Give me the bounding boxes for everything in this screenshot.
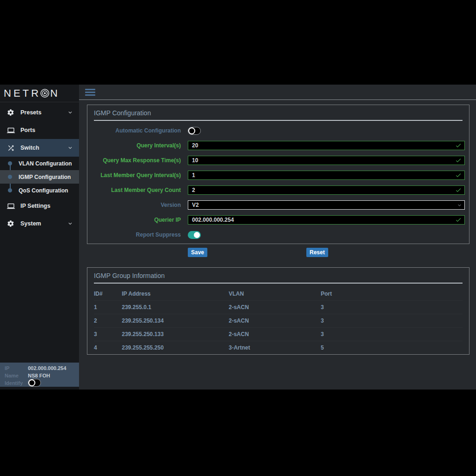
panel-title: IGMP Group Information — [94, 272, 463, 279]
top-bar — [79, 85, 476, 100]
column-header: VLAN — [229, 291, 321, 297]
sidebar-item-system[interactable]: System — [0, 215, 79, 232]
cell-vlan: 3-Artnet — [229, 344, 321, 351]
report-suppress-toggle[interactable] — [188, 231, 201, 239]
input-value: 10 — [192, 157, 198, 164]
cell-id: 1 — [94, 304, 122, 311]
shuffle-icon — [7, 144, 15, 152]
monitor-icon — [7, 126, 15, 134]
column-header: IP Address — [122, 291, 229, 297]
chevron-down-icon — [67, 220, 73, 227]
cell-port: 3 — [321, 331, 463, 337]
column-header: Port — [321, 291, 463, 297]
field-label: Query Max Response Time(s) — [87, 157, 181, 164]
chevron-down-icon — [67, 145, 73, 151]
valid-check-icon — [455, 157, 462, 165]
igmp-group-information-panel: IGMP Group Information ID#IP AddressVLAN… — [87, 267, 469, 355]
column-header: ID# — [94, 291, 122, 297]
identify-toggle[interactable] — [28, 379, 41, 387]
switch-submenu: VLAN Configuration IGMP Configuration Qo… — [0, 157, 79, 197]
input-value: 20 — [192, 142, 198, 149]
group-table-header: ID#IP AddressVLANPort — [94, 287, 463, 301]
field-row-query-max-response-time: Query Max Response Time(s) 10 — [87, 156, 469, 165]
text-input[interactable]: 10 — [188, 156, 465, 165]
cell-vlan: 2-sACN — [229, 331, 321, 337]
field-row-querier-ip: Querier IP 002.000.000.254 — [87, 215, 469, 225]
sidebar-subitem-label: QoS Configuration — [19, 187, 68, 194]
logo-text-left: NETR — [4, 87, 41, 99]
device-ip-value: 002.000.000.254 — [28, 365, 66, 371]
field-row-last-member-query-count: Last Member Query Count 2 — [87, 185, 469, 195]
spiral-o-icon — [40, 88, 50, 98]
netron-web-ui: NETR N Presets — [0, 85, 476, 390]
sidebar-item-vlan-configuration[interactable]: VLAN Configuration — [0, 157, 79, 170]
table-row: 2239.255.250.1342-sACN3 — [94, 314, 463, 328]
text-input[interactable]: 20 — [188, 141, 465, 150]
cell-vlan: 2-sACN — [229, 317, 321, 324]
sidebar-item-label: Presets — [20, 109, 41, 116]
sidebar-item-ports[interactable]: Ports — [0, 121, 79, 139]
title-divider — [94, 120, 463, 121]
text-input[interactable]: 1 — [188, 171, 465, 180]
field-label: Report Suppress — [87, 231, 181, 238]
chevron-down-icon — [456, 202, 463, 210]
group-table-body: 1239.255.0.12-sACN32239.255.250.1342-sAC… — [94, 301, 463, 354]
cell-port: 3 — [321, 317, 463, 324]
title-divider — [94, 283, 463, 284]
field-row-report-suppress: Report Suppress — [87, 230, 469, 239]
cell-id: 4 — [94, 344, 122, 351]
cell-ip: 239.255.250.133 — [122, 331, 229, 337]
save-button[interactable]: Save — [188, 248, 207, 257]
text-input[interactable]: 2 — [188, 185, 465, 195]
cell-ip: 239.255.250.134 — [122, 317, 229, 324]
sidebar-item-label: Switch — [20, 145, 39, 151]
gear-icon — [7, 108, 15, 117]
hamburger-menu-icon[interactable] — [85, 87, 95, 97]
screenshot-stage: NETR N Presets — [0, 0, 476, 476]
automatic-configuration-toggle[interactable] — [188, 127, 201, 135]
selected-value: V2 — [192, 202, 199, 208]
sidebar-nav: Presets Ports Switch — [0, 102, 79, 232]
panel-title: IGMP Configuration — [94, 109, 463, 117]
chevron-down-icon — [67, 109, 73, 116]
table-row: 1239.255.0.12-sACN3 — [94, 301, 463, 314]
input-value: 1 — [192, 172, 195, 178]
valid-check-icon — [455, 187, 462, 195]
sidebar-item-igmp-configuration[interactable]: IGMP Configuration — [0, 170, 79, 184]
igmp-config-form: Automatic Configuration Query Interval(s… — [87, 126, 469, 239]
cell-port: 3 — [321, 304, 463, 311]
valid-check-icon — [455, 217, 462, 225]
field-row-last-member-query-interval: Last Member Query Interval(s) 1 — [87, 171, 469, 180]
select-dropdown[interactable]: V2 — [188, 200, 465, 210]
gear-icon — [7, 219, 15, 228]
input-value: 002.000.000.254 — [192, 217, 234, 223]
sidebar-item-label: System — [20, 220, 41, 227]
field-row-version: Version V2 — [87, 200, 469, 210]
device-name-label: Name — [5, 373, 28, 378]
cell-id: 3 — [94, 331, 122, 337]
table-row: 3239.255.250.1332-sACN3 — [94, 328, 463, 341]
cell-ip: 239.255.0.1 — [122, 304, 229, 311]
field-label: Query Interval(s) — [87, 142, 181, 149]
field-row-query-interval: Query Interval(s) 20 — [87, 141, 469, 150]
sidebar: NETR N Presets — [0, 85, 79, 390]
field-label: Last Member Query Interval(s) — [87, 172, 181, 178]
sidebar-item-ip-settings[interactable]: IP Settings — [0, 197, 79, 215]
sidebar-subitem-label: VLAN Configuration — [19, 160, 72, 167]
device-info-panel: IP 002.000.000.254 Name NS8 FOH Identify — [0, 363, 79, 387]
sidebar-item-qos-configuration[interactable]: QoS Configuration — [0, 184, 79, 197]
field-label: Last Member Query Count — [87, 187, 181, 193]
sidebar-item-presets[interactable]: Presets — [0, 104, 79, 121]
valid-check-icon — [455, 172, 462, 180]
cell-id: 2 — [94, 317, 122, 324]
field-row-automatic-configuration: Automatic Configuration — [87, 126, 469, 135]
sidebar-item-switch[interactable]: Switch — [0, 139, 79, 157]
sidebar-subitem-label: IGMP Configuration — [19, 174, 71, 180]
device-identify-label: Identify — [5, 380, 28, 386]
text-input[interactable]: 002.000.000.254 — [188, 215, 465, 225]
input-value: 2 — [192, 187, 195, 193]
cell-port: 5 — [321, 344, 463, 351]
monitor-icon — [7, 202, 15, 210]
reset-button[interactable]: Reset — [306, 248, 328, 257]
igmp-configuration-panel: IGMP Configuration Automatic Configurati… — [87, 105, 469, 244]
